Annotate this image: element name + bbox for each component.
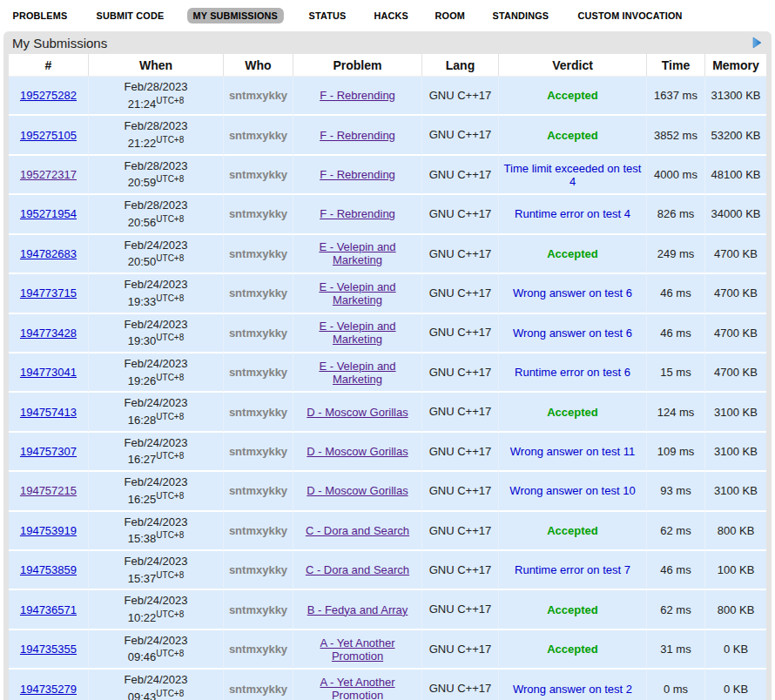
user-link[interactable]: sntmxykky	[229, 207, 287, 220]
nav-item-standings[interactable]: Standings	[487, 8, 555, 24]
user-link[interactable]: sntmxykky	[229, 129, 287, 142]
timezone-label: UTC+8	[156, 689, 184, 698]
user-link[interactable]: sntmxykky	[229, 603, 287, 616]
problem-link[interactable]: A - Yet Another Promotion	[320, 676, 394, 700]
submission-id-link[interactable]: 195275105	[20, 129, 77, 142]
submission-id-link[interactable]: 194735355	[20, 643, 77, 656]
timezone-label: UTC+8	[156, 451, 184, 461]
language-cell: GNU C++17	[422, 235, 499, 274]
submission-id-link[interactable]: 194757307	[20, 445, 77, 458]
nav-item-my-submissions[interactable]: My Submissions	[187, 8, 284, 24]
submission-id-link[interactable]: 195275282	[20, 89, 77, 102]
language-cell: GNU C++17	[422, 472, 499, 511]
submission-date: Feb/24/2023	[93, 238, 219, 253]
problem-link[interactable]: D - Moscow Gorillas	[307, 445, 408, 458]
verdict-text: Accepted	[547, 603, 598, 616]
submission-time: 16:25UTC+8	[93, 490, 219, 508]
submission-id-link[interactable]: 194773041	[20, 366, 77, 379]
problem-link[interactable]: E - Velepin and Marketing	[319, 320, 395, 346]
expand-arrow-icon[interactable]	[751, 37, 763, 49]
submission-id-link[interactable]: 194782683	[20, 247, 77, 260]
user-link[interactable]: sntmxykky	[229, 366, 287, 379]
col-header-verdict: Verdict	[499, 54, 647, 77]
user-link[interactable]: sntmxykky	[229, 563, 287, 576]
problem-link[interactable]: B - Fedya and Array	[307, 603, 408, 616]
submission-id-link[interactable]: 194735279	[20, 683, 77, 696]
submission-time: 09:46UTC+8	[93, 648, 219, 665]
submission-id-link[interactable]: 195271954	[20, 207, 77, 220]
user-link[interactable]: sntmxykky	[229, 643, 287, 656]
user-link[interactable]: sntmxykky	[229, 484, 287, 497]
user-link[interactable]: sntmxykky	[229, 247, 287, 260]
col-header-memory: Memory	[705, 54, 766, 77]
exec-time-cell: 109 ms	[647, 433, 705, 472]
submission-row: 194773041 Feb/24/2023 19:26UTC+8 sntmxyk…	[9, 353, 766, 393]
timezone-label: UTC+8	[156, 412, 184, 421]
submission-id-link[interactable]: 194757215	[20, 484, 77, 497]
submission-id-link[interactable]: 194753859	[20, 563, 77, 576]
timezone-label: UTC+8	[156, 570, 184, 580]
submission-time: 15:37UTC+8	[93, 569, 219, 587]
submission-time: 21:24UTC+8	[93, 95, 219, 112]
timezone-label: UTC+8	[156, 649, 184, 658]
submission-row: 195272317 Feb/28/2023 20:59UTC+8 sntmxyk…	[9, 156, 766, 195]
table-header-row: # When Who Problem Lang Verdict Time Mem…	[9, 54, 766, 77]
nav-item-room[interactable]: Room	[429, 8, 471, 24]
nav-item-problems[interactable]: Problems	[7, 8, 73, 24]
language-cell: GNU C++17	[422, 116, 499, 155]
timezone-label: UTC+8	[156, 333, 184, 342]
nav-item-status[interactable]: Status	[303, 8, 352, 24]
submissions-panel: My Submissions # When Who Problem Lang V…	[3, 31, 772, 700]
verdict-text: Runtime error on test 7	[515, 563, 630, 576]
submission-id-link[interactable]: 194773428	[20, 326, 77, 340]
submission-date: Feb/24/2023	[93, 277, 219, 293]
submission-time: 09:43UTC+8	[93, 688, 219, 700]
submission-id-link[interactable]: 194773715	[20, 286, 77, 300]
submission-id-link[interactable]: 194757413	[20, 406, 77, 419]
submission-date: Feb/24/2023	[93, 356, 219, 372]
problem-link[interactable]: F - Rebrending	[320, 129, 395, 142]
problem-link[interactable]: E - Velepin and Marketing	[319, 240, 395, 266]
user-link[interactable]: sntmxykky	[229, 445, 287, 458]
exec-time-cell: 15 ms	[647, 353, 705, 393]
submission-date: Feb/24/2023	[93, 515, 219, 530]
submission-id-link[interactable]: 194753919	[20, 524, 77, 537]
user-link[interactable]: sntmxykky	[229, 524, 287, 537]
exec-time-cell: 31 ms	[647, 630, 705, 670]
problem-link[interactable]: C - Dora and Search	[306, 524, 409, 537]
user-link[interactable]: sntmxykky	[229, 326, 287, 340]
user-link[interactable]: sntmxykky	[229, 89, 287, 102]
problem-link[interactable]: E - Velepin and Marketing	[319, 360, 395, 386]
exec-time-cell: 3852 ms	[647, 116, 705, 155]
submission-date: Feb/24/2023	[93, 633, 219, 649]
submission-id-link[interactable]: 194736571	[20, 603, 77, 616]
submission-row: 194773715 Feb/24/2023 19:33UTC+8 sntmxyk…	[9, 274, 766, 313]
timezone-label: UTC+8	[156, 214, 184, 224]
nav-item-custom-invocation[interactable]: Custom Invocation	[572, 8, 688, 24]
panel-caption: My Submissions	[9, 31, 766, 54]
user-link[interactable]: sntmxykky	[229, 406, 287, 419]
user-link[interactable]: sntmxykky	[229, 168, 287, 181]
problem-link[interactable]: F - Rebrending	[320, 207, 395, 220]
submission-date: Feb/24/2023	[93, 317, 219, 333]
problem-link[interactable]: D - Moscow Gorillas	[307, 406, 408, 419]
problem-link[interactable]: D - Moscow Gorillas	[307, 484, 408, 497]
nav-item-submit-code[interactable]: Submit Code	[91, 8, 170, 24]
submission-id-link[interactable]: 195272317	[20, 168, 77, 181]
problem-link[interactable]: F - Rebrending	[320, 168, 395, 181]
submission-row: 194757215 Feb/24/2023 16:25UTC+8 sntmxyk…	[9, 472, 766, 511]
exec-time-cell: 124 ms	[647, 393, 705, 432]
nav-item-hacks[interactable]: Hacks	[368, 8, 414, 24]
verdict-text: Time limit exceeded on test 4	[504, 162, 642, 188]
submission-time: 20:50UTC+8	[93, 252, 219, 270]
problem-link[interactable]: A - Yet Another Promotion	[320, 636, 394, 663]
user-link[interactable]: sntmxykky	[229, 286, 287, 300]
timezone-label: UTC+8	[156, 96, 184, 105]
problem-link[interactable]: F - Rebrending	[320, 89, 395, 102]
submissions-table: # When Who Problem Lang Verdict Time Mem…	[9, 54, 766, 700]
problem-link[interactable]: C - Dora and Search	[306, 563, 409, 576]
memory-cell: 3100 KB	[705, 472, 766, 511]
problem-link[interactable]: E - Velepin and Marketing	[319, 280, 395, 306]
memory-cell: 34000 KB	[705, 195, 766, 234]
user-link[interactable]: sntmxykky	[229, 683, 287, 696]
